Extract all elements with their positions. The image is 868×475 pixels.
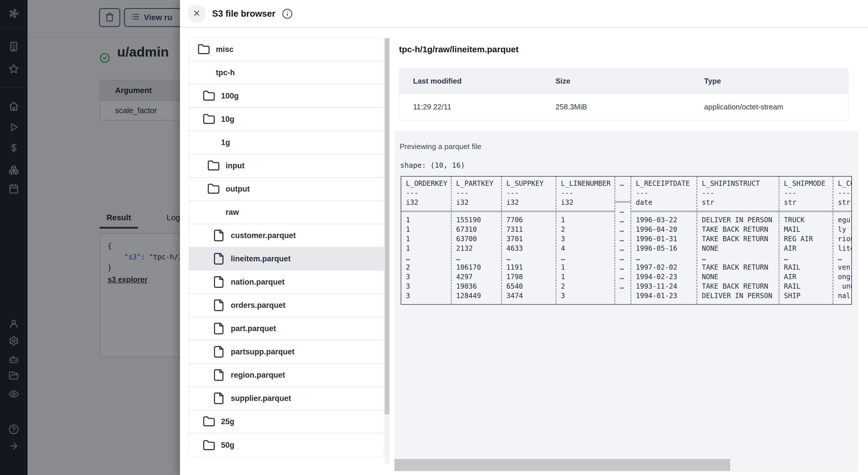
preview-column-header: L_SUPPKEY --- i32 <box>502 177 556 212</box>
tree-item-supplier.parquet[interactable]: supplier.parquet <box>189 387 384 410</box>
preview-column-values: … … … … … … … … … <box>615 203 631 295</box>
meta-header-1: Size <box>541 69 690 93</box>
parquet-preview-panel: Previewing a parquet file shape: (10, 16… <box>394 131 858 472</box>
tree-item-10g[interactable]: 10g <box>189 108 384 131</box>
tree-item-label: region.parquet <box>231 371 285 380</box>
tree-item-label: input <box>226 161 245 170</box>
tree-item-25g[interactable]: 25g <box>189 410 384 434</box>
folder-icon <box>197 43 210 56</box>
tree-item-customer.parquet[interactable]: customer.parquet <box>189 224 384 247</box>
tree-item-label: raw <box>226 208 239 217</box>
preview-label: Previewing a parquet file <box>400 142 482 151</box>
preview-column-L_SHIPINSTRUCT: L_SHIPINSTRUCT --- strDELIVER IN PERSON … <box>697 177 779 304</box>
preview-column-L_SHIPMODE: L_SHIPMODE --- strTRUCK MAIL REG AIR AIR… <box>779 177 833 304</box>
preview-column-header: L_LINENUMBER --- i32 <box>556 177 615 212</box>
tree-item-lineitem.parquet[interactable]: lineitem.parquet <box>189 247 384 271</box>
tree-item-1g[interactable]: 1g <box>189 131 384 154</box>
tree-item-region.parquet[interactable]: region.parquet <box>189 364 384 387</box>
file-icon <box>212 369 225 381</box>
preview-column-values: TRUCK MAIL REG AIR AIR … RAIL AIR RAIL S… <box>779 212 833 304</box>
modal-body: misctpc-h100g10g1ginputoutputrawcustomer… <box>180 28 868 475</box>
file-icon <box>212 346 225 358</box>
preview-column-values: 1 2 3 4 … 1 1 2 3 <box>556 212 615 304</box>
preview-column-L_LINENUMBER: L_LINENUMBER --- i321 2 3 4 … 1 1 2 3 <box>556 177 615 304</box>
parquet-preview-table: L_ORDERKEY --- i321 1 1 1 … 2 3 3 3L_PAR… <box>401 176 852 305</box>
tree-item-label: nation.parquet <box>231 278 285 287</box>
tree-item-label: partsupp.parquet <box>231 348 294 356</box>
file-icon <box>212 299 225 311</box>
tree-item-label: 25g <box>221 417 235 426</box>
tree-item-input[interactable]: input <box>189 154 384 178</box>
file-tree: misctpc-h100g10g1ginputoutputrawcustomer… <box>189 38 384 457</box>
file-tree-pane: misctpc-h100g10g1ginputoutputrawcustomer… <box>180 28 390 475</box>
file-icon <box>212 322 225 335</box>
tree-item-orders.parquet[interactable]: orders.parquet <box>189 294 384 317</box>
preview-column-values: 1996-03-22 1996-04-20 1996-01-31 1996-05… <box>631 212 696 304</box>
tree-item-label: 100g <box>221 92 239 100</box>
close-button[interactable] <box>187 5 206 23</box>
tree-item-tpc-h[interactable]: tpc-h <box>189 61 384 85</box>
tree-item-output[interactable]: output <box>189 178 384 201</box>
close-icon <box>192 9 201 19</box>
tree-item-50g[interactable]: 50g <box>189 434 384 457</box>
preview-column-L_RECEIPTDATE: L_RECEIPTDATE --- date1996-03-22 1996-04… <box>631 177 697 304</box>
preview-column-header: L_CO --- str <box>833 177 852 212</box>
tree-item-label: orders.parquet <box>231 301 286 310</box>
modal-header: S3 file browser <box>180 0 868 28</box>
tree-item-label: supplier.parquet <box>231 394 291 403</box>
tree-item-label: 10g <box>221 115 235 124</box>
file-detail-pane: tpc-h/1g/raw/lineitem.parquet Last modif… <box>390 28 868 475</box>
tree-item-100g[interactable]: 100g <box>189 85 384 108</box>
tree-item-label: lineitem.parquet <box>231 255 291 263</box>
meta-header-2: Type <box>690 69 848 93</box>
tree-item-misc[interactable]: misc <box>189 38 384 61</box>
tree-item-label: misc <box>216 45 234 54</box>
preview-column-values: 7706 7311 3701 4633 … 1191 1798 6540 347… <box>502 212 556 304</box>
tree-item-part.parquet[interactable]: part.parquet <box>189 317 384 340</box>
meta-value-2: application/octet-stream <box>690 94 848 120</box>
meta-value-row: 11:29 22/11258.3MiBapplication/octet-str… <box>399 94 848 120</box>
folder-icon <box>207 183 220 195</box>
folder-open-icon <box>203 136 215 149</box>
meta-header-0: Last modified <box>399 69 541 93</box>
tree-item-partsupp.parquet[interactable]: partsupp.parquet <box>189 340 384 364</box>
preview-column-values: 155190 67310 63700 2132 … 106170 4297 19… <box>452 212 501 304</box>
meta-value-1: 258.3MiB <box>541 94 690 120</box>
modal-title: S3 file browser <box>212 9 276 19</box>
tree-item-raw[interactable]: raw <box>189 201 384 224</box>
tree-item-nation.parquet[interactable]: nation.parquet <box>189 271 384 294</box>
file-icon <box>212 253 225 265</box>
preview-column-values: DELIVER IN PERSON TAKE BACK RETURN TAKE … <box>697 212 779 304</box>
folder-icon <box>203 439 215 452</box>
tree-item-label: output <box>226 185 250 194</box>
folder-icon <box>207 159 220 172</box>
tree-scrollbar-thumb[interactable] <box>384 38 390 414</box>
meta-header-row: Last modifiedSizeType <box>399 69 848 94</box>
screen: View ru u/admin Argument scale_factor Re… <box>0 0 868 475</box>
folder-open-icon <box>207 206 220 218</box>
modal-dim-overlay[interactable] <box>0 0 180 475</box>
tree-scrollbar[interactable] <box>384 38 390 463</box>
tree-item-label: customer.parquet <box>231 231 296 240</box>
preview-column-values: egul ly f riou lite … ven ongs unu nal <box>833 212 852 304</box>
preview-column-header: … <box>615 177 631 203</box>
tree-item-label: tpc-h <box>216 68 235 77</box>
preview-column-L_CO: L_CO --- stregul ly f riou lite … ven on… <box>833 177 852 304</box>
preview-column-…: … … … … … … … … … … <box>615 177 631 304</box>
preview-column-L_PARTKEY: L_PARTKEY --- i32155190 67310 63700 2132… <box>452 177 502 304</box>
horizontal-scrollbar-thumb[interactable] <box>394 459 730 471</box>
preview-column-header: L_RECEIPTDATE --- date <box>631 177 696 212</box>
preview-column-header: L_ORDERKEY --- i32 <box>401 177 451 212</box>
folder-icon <box>203 415 215 428</box>
preview-column-L_ORDERKEY: L_ORDERKEY --- i321 1 1 1 … 2 3 3 3 <box>401 177 452 304</box>
file-path-title: tpc-h/1g/raw/lineitem.parquet <box>399 44 519 54</box>
file-icon <box>212 229 225 242</box>
info-icon[interactable] <box>282 8 293 19</box>
folder-open-icon <box>197 66 210 79</box>
file-icon <box>212 276 225 288</box>
preview-shape: shape: (10, 16) <box>400 161 465 170</box>
preview-column-values: 1 1 1 1 … 2 3 3 3 <box>401 212 451 304</box>
preview-column-header: L_SHIPMODE --- str <box>779 177 833 212</box>
tree-item-label: 50g <box>221 441 235 450</box>
tree-item-label: 1g <box>221 138 230 147</box>
